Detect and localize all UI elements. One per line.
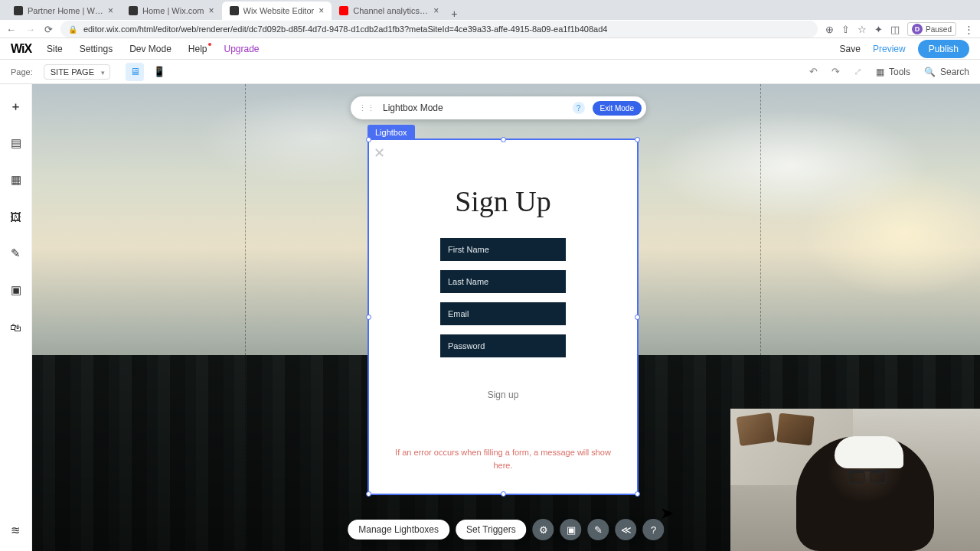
webcam-cap <box>835 436 903 468</box>
set-triggers-button[interactable]: Set Triggers <box>456 520 527 540</box>
favicon-youtube <box>339 6 348 15</box>
gridline-left <box>245 84 246 551</box>
close-icon[interactable]: × <box>433 5 439 16</box>
tools-label: Tools <box>889 67 910 77</box>
back-icon[interactable]: ← <box>6 24 16 35</box>
resize-handle-w[interactable] <box>366 315 371 320</box>
side-panel-icon[interactable]: ◫ <box>890 24 900 35</box>
mobile-view-button[interactable]: 📱 <box>150 63 168 81</box>
tab-partner-home[interactable]: Partner Home | Wix.com × <box>6 2 121 20</box>
password-field[interactable]: Password <box>440 334 566 357</box>
new-tab-button[interactable]: + <box>446 8 462 20</box>
lightbox-mode-bar[interactable]: ⋮⋮ Lightbox Mode ? Exit Mode <box>351 96 646 119</box>
menu-upgrade[interactable]: Upgrade <box>224 44 260 54</box>
media-button[interactable]: 🖼 <box>6 207 26 227</box>
desk-item <box>776 413 815 446</box>
close-icon[interactable]: × <box>208 5 214 16</box>
menu-settings[interactable]: Settings <box>80 44 113 54</box>
signup-button[interactable]: Sign up <box>488 390 519 400</box>
design-icon[interactable]: ✎ <box>588 519 609 540</box>
preview-button[interactable]: Preview <box>873 44 906 54</box>
menu-help[interactable]: Help <box>188 44 207 54</box>
lightbox-title: Sign Up <box>369 184 637 218</box>
device-toggles: 🖥 📱 <box>126 63 168 81</box>
tab-strip: Partner Home | Wix.com × Home | Wix.com … <box>0 0 980 20</box>
share-icon[interactable]: ⇧ <box>841 24 850 35</box>
second-bar-right: ↶ ↷ ⤢ ▦ Tools 🔍 Search <box>809 66 969 77</box>
wix-second-bar: Page: SITE PAGE ▾ 🖥 📱 ↶ ↷ ⤢ ▦ Tools 🔍 Se… <box>0 60 980 84</box>
tab-title: Home | Wix.com <box>142 6 204 15</box>
tab-wix-editor[interactable]: Wix Website Editor × <box>222 2 332 20</box>
bookmark-icon[interactable]: ☆ <box>858 24 867 35</box>
chevron-down-icon: ▾ <box>101 69 105 77</box>
editor-canvas[interactable]: ⋮⋮ Lightbox Mode ? Exit Mode Lightbox ✕ … <box>32 84 980 551</box>
site-design-button[interactable]: ▦ <box>6 170 26 190</box>
layout-icon[interactable]: ▣ <box>560 519 582 540</box>
page-selector[interactable]: SITE PAGE ▾ <box>44 64 110 80</box>
close-icon[interactable]: × <box>108 5 113 16</box>
webcam-desk-items <box>738 415 813 444</box>
close-icon[interactable]: ✕ <box>374 145 385 161</box>
desktop-view-button[interactable]: 🖥 <box>126 63 144 81</box>
resize-handle-sw[interactable] <box>366 491 371 497</box>
animation-icon[interactable]: ≪ <box>616 519 637 540</box>
my-business-button[interactable]: ▣ <box>6 280 26 300</box>
drag-handle-icon[interactable]: ⋮⋮ <box>358 103 375 113</box>
manage-lightboxes-button[interactable]: Manage Lightboxes <box>348 520 449 540</box>
resize-handle-se[interactable] <box>635 491 640 497</box>
tab-home[interactable]: Home | Wix.com × <box>121 2 222 20</box>
undo-icon[interactable]: ↶ <box>809 66 818 77</box>
favicon-wix <box>129 6 138 15</box>
tools-button[interactable]: ▦ Tools <box>876 67 910 77</box>
add-element-button[interactable]: ＋ <box>6 96 26 116</box>
top-bar-right: Save Preview Publish <box>840 40 969 58</box>
element-action-bar: Manage Lightboxes Set Triggers ⚙ ▣ ✎ ≪ ? <box>348 519 664 540</box>
favicon-wix <box>14 6 23 15</box>
address-bar[interactable]: 🔒 editor.wix.com/html/editor/web/rendere… <box>60 21 818 37</box>
resize-handle-s[interactable] <box>501 491 506 497</box>
lock-icon: 🔒 <box>68 25 77 34</box>
last-name-field[interactable]: Last Name <box>440 270 566 293</box>
menu-dev-mode[interactable]: Dev Mode <box>129 44 172 54</box>
webcam-glasses <box>848 470 887 481</box>
content-button[interactable]: 🛍 <box>6 317 26 337</box>
selection-label[interactable]: Lightbox <box>368 125 415 140</box>
redo-icon[interactable]: ↷ <box>831 66 840 77</box>
wix-menu: Site Settings Dev Mode Help Upgrade <box>47 44 259 54</box>
app-market-button[interactable]: ✎ <box>6 243 26 263</box>
help-icon[interactable]: ? <box>643 519 665 540</box>
lightbox-element[interactable]: ✕ Sign Up First Name Last Name Email Pas… <box>368 139 639 495</box>
reload-icon[interactable]: ⟳ <box>44 24 53 35</box>
resize-handle-nw[interactable] <box>366 137 371 142</box>
menu-icon[interactable]: ⋮ <box>964 24 974 35</box>
forward-icon[interactable]: → <box>25 24 35 35</box>
help-icon[interactable]: ? <box>573 102 585 114</box>
tab-title: Channel analytics - YouTube S <box>353 6 429 15</box>
wix-logo[interactable]: WiX <box>11 42 31 56</box>
zoom-out-icon[interactable]: ⤢ <box>854 66 862 77</box>
tab-title: Wix Website Editor <box>243 6 315 15</box>
save-button[interactable]: Save <box>840 44 861 54</box>
publish-button[interactable]: Publish <box>918 40 969 58</box>
pages-button[interactable]: ▤ <box>6 133 26 153</box>
menu-site[interactable]: Site <box>47 44 63 54</box>
profile-button[interactable]: D Paused <box>907 22 956 36</box>
close-icon[interactable]: × <box>318 5 324 16</box>
exit-mode-button[interactable]: Exit Mode <box>593 101 642 116</box>
resize-handle-n[interactable] <box>501 137 506 142</box>
layers-button[interactable]: ≋ <box>6 520 26 540</box>
avatar: D <box>912 24 923 34</box>
resize-handle-ne[interactable] <box>635 137 640 142</box>
extensions-icon[interactable]: ✦ <box>874 24 883 35</box>
search-button[interactable]: 🔍 Search <box>924 67 969 77</box>
tab-youtube[interactable]: Channel analytics - YouTube S × <box>332 2 446 20</box>
first-name-field[interactable]: First Name <box>440 238 566 261</box>
zoom-icon[interactable]: ⊕ <box>825 24 834 35</box>
url-text: editor.wix.com/html/editor/web/renderer/… <box>83 24 607 34</box>
page-label: Page: <box>11 67 33 77</box>
address-row: ← → ⟳ 🔒 editor.wix.com/html/editor/web/r… <box>0 20 980 38</box>
settings-icon[interactable]: ⚙ <box>533 519 554 540</box>
mode-label: Lightbox Mode <box>383 103 443 113</box>
resize-handle-e[interactable] <box>635 315 640 320</box>
email-field[interactable]: Email <box>440 302 566 325</box>
